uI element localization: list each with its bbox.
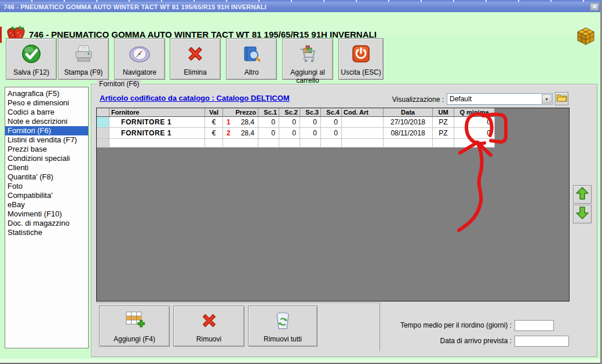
package-icon [576,27,596,49]
sidebar-item-listini-di-vendita-f7[interactable]: Listini di vendita (F7) [5,135,88,145]
fornitori-panel: Fornitori (F6) Articolo codificato da ca… [91,84,597,357]
panel-title: Fornitori (F6) [97,80,141,88]
sidebar-item-note-e-descrizioni[interactable]: Note e descrizioni [5,117,88,126]
q-minima-cell: 0 [454,128,495,139]
col-fornitore[interactable]: Fornitore [110,108,205,117]
print-button[interactable]: Stampa (F9) [58,38,109,80]
save-check-icon [21,39,42,68]
sidebar-item-peso-e-dimensioni[interactable]: Peso e dimensioni [5,98,88,108]
sidebar-item-movimenti-f10[interactable]: Movimenti (F10) [5,209,88,219]
sidebar-item-ebay[interactable]: eBay [5,200,88,209]
chevron-down-icon[interactable]: ▼ [542,94,552,104]
view-select[interactable]: Default ▼ [447,93,553,105]
view-label: Visualizzazione : [352,95,444,104]
sidebar-item-fornitori-f6[interactable]: Fornitori (F6) [5,126,88,135]
window-title: 746 - PNEUMATICO GOMMA AUTO WINTER TACT … [3,3,267,10]
record-header: 746 - PNEUMATICO GOMMA AUTO WINTER TACT … [0,12,602,36]
power-icon [351,39,371,68]
sidebar-item-statistiche[interactable]: Statistiche [5,228,88,237]
col-prezzo[interactable]: Prezzo [223,108,258,117]
view-select-value: Default [450,95,472,103]
sidebar-item-anagrafica-f5[interactable]: Anagrafica (F5) [5,89,88,98]
col-sc2[interactable]: Sc.2 [279,108,300,117]
add-table-icon [123,306,146,335]
application-window: 746 - PNEUMATICO GOMMA AUTO WINTER TACT … [0,0,602,364]
price-index: 2 [227,128,231,138]
col-sc1[interactable]: Sc.1 [258,108,279,117]
row-selector[interactable] [97,117,110,128]
sidebar-item-compatibilita[interactable]: Compatibilita' [5,191,88,200]
close-icon[interactable]: ✕ [590,3,599,11]
sidebar-item-doc-di-magazzino[interactable]: Doc. di magazzino [5,219,88,228]
edge-decoration [0,27,2,43]
cart-icon [297,39,319,68]
col-val[interactable]: Val [205,108,223,117]
printer-icon [73,39,94,68]
move-up-button[interactable] [573,185,592,204]
col-um[interactable]: UM [433,108,454,117]
sidebar-item-foto[interactable]: Foto [5,182,88,191]
price-index: 1 [227,117,231,127]
sidebar-item-prezzi-base[interactable]: Prezzi base [5,145,88,154]
red-x-icon [199,306,219,335]
col-sc3[interactable]: Sc.3 [300,108,321,117]
section-list: Anagrafica (F5) Peso e dimensioni Codici… [5,87,89,348]
sidebar-item-codici-a-barre[interactable]: Codici a barre [5,108,88,117]
window-bottom-edge [0,359,602,364]
recycle-bin-icon [273,306,293,335]
table-row-empty[interactable] [97,139,569,148]
table-row[interactable]: FORNITORE 1 € 228,4 0 0 0 0 08/11/2018 P… [97,128,569,139]
q-minima-cell: 0 [454,117,495,128]
move-down-button[interactable] [573,205,592,223]
col-cod-art[interactable]: Cod. Art [342,108,384,117]
sidebar-item-quantita-f8[interactable]: Quantita' (F8) [5,172,88,182]
col-q-minima[interactable]: Q minima [454,108,495,117]
red-x-icon [185,39,206,68]
table-header-row: Fornitore Val Prezzo Sc.1 Sc.2 Sc.3 Sc.4… [97,108,569,117]
sidebar-item-condizioni-speciali[interactable]: Condizioni speciali [5,154,88,163]
delete-button[interactable]: Elimina [170,38,221,80]
reorder-time-label: Tempo medio per il riordino (giorni) : [320,321,512,329]
col-data[interactable]: Data [384,108,433,117]
table-row[interactable]: FORNITORE 1 € 128,4 0 0 0 0 27/10/2018 P… [97,117,569,128]
add-to-cart-button[interactable]: Aggiungi al carrello [282,38,333,80]
suppliers-table: Fornitore Val Prezzo Sc.1 Sc.2 Sc.3 Sc.4… [96,108,570,302]
window-titlebar: 746 - PNEUMATICO GOMMA AUTO WINTER TACT … [0,2,602,12]
arrival-date-label: Data di arrivo prevista : [320,337,512,345]
open-view-button[interactable] [555,92,568,105]
reorder-time-input[interactable] [515,320,554,331]
row-selector[interactable] [97,128,110,139]
compass-icon [128,39,151,68]
remove-all-button[interactable]: Rimuovi tutti [248,306,318,347]
navigator-button[interactable]: Navigatore [114,38,165,80]
arrow-up-icon [575,186,589,203]
remove-supplier-button[interactable]: Rimuovi [173,306,245,347]
add-supplier-button[interactable]: Aggiungi (F4) [99,306,170,347]
catalog-link[interactable]: Articolo codificato da catalogo : Catalo… [100,94,290,102]
more-button[interactable]: Altro [226,38,277,80]
arrival-date-input[interactable] [515,336,569,347]
folder-icon [556,93,567,105]
book-search-icon [241,39,262,68]
col-sc4[interactable]: Sc.4 [321,108,342,117]
arrow-down-icon [575,206,589,222]
save-button[interactable]: Salva (F12) [6,38,57,80]
exit-button[interactable]: Uscita (ESC) [338,38,384,80]
sidebar-item-clienti[interactable]: Clienti [5,163,88,172]
